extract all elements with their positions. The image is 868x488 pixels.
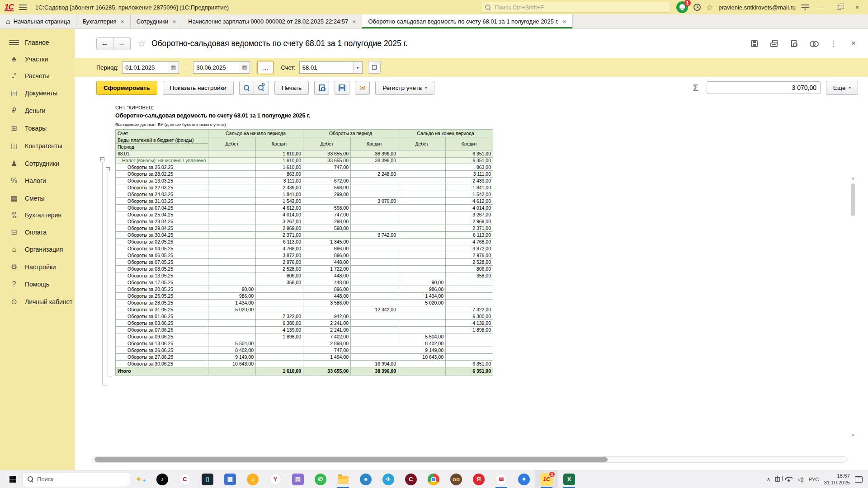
find-button[interactable] — [239, 81, 254, 95]
value-cell[interactable] — [398, 259, 446, 266]
row-label[interactable]: Обороты за 25.05.25 — [116, 293, 208, 300]
notifications-bell-icon[interactable]: 1 — [676, 1, 688, 13]
row-label[interactable]: Обороты за 31.05.25 — [116, 306, 208, 313]
value-cell[interactable] — [398, 225, 446, 232]
taskbar-app-app-c-dark[interactable]: C — [400, 470, 422, 488]
value-cell[interactable] — [208, 333, 256, 340]
value-cell[interactable] — [446, 279, 493, 286]
vertical-scrollbar[interactable]: ▲ ▼ — [850, 176, 856, 437]
value-cell[interactable]: 1 610,00 — [256, 150, 303, 158]
row-label[interactable]: 68.01 — [116, 150, 208, 158]
value-cell[interactable] — [208, 191, 256, 198]
row-label[interactable]: Обороты за 26.06.25 — [116, 347, 208, 354]
value-cell[interactable] — [351, 279, 398, 286]
row-label[interactable]: Обороты за 29.04.25 — [116, 225, 208, 232]
taskbar-app-app-blue[interactable]: ✦ — [513, 470, 535, 488]
value-cell[interactable]: 9 149,00 — [208, 354, 256, 361]
total-value-cell[interactable]: 38 396,00 — [351, 367, 398, 375]
value-cell[interactable]: 4 768,00 — [256, 245, 303, 252]
value-cell[interactable]: 2 371,00 — [256, 232, 303, 239]
value-cell[interactable] — [398, 211, 446, 218]
value-cell[interactable] — [256, 300, 303, 306]
row-label[interactable]: Налог (взносы): начислено / уплачено — [116, 158, 208, 164]
value-cell[interactable] — [398, 164, 446, 171]
value-cell[interactable] — [351, 225, 398, 232]
value-cell[interactable]: 3 267,00 — [446, 211, 493, 218]
value-cell[interactable]: 38 396,00 — [351, 150, 398, 158]
row-label[interactable]: Обороты за 13.03.25 — [116, 178, 208, 184]
value-cell[interactable] — [398, 272, 446, 279]
generate-button[interactable]: Сформировать — [96, 81, 157, 95]
total-label[interactable]: Итого — [116, 367, 208, 375]
value-cell[interactable] — [351, 191, 398, 198]
language-indicator[interactable]: РУС — [808, 477, 819, 482]
value-cell[interactable] — [256, 354, 303, 361]
value-cell[interactable]: 358,00 — [446, 272, 493, 279]
value-cell[interactable]: 4 139,00 — [256, 327, 303, 333]
value-cell[interactable] — [303, 198, 351, 205]
value-cell[interactable] — [398, 184, 446, 191]
row-label[interactable]: Обороты за 28.02.25 — [116, 171, 208, 178]
value-cell[interactable]: 10 643,00 — [398, 354, 446, 361]
value-cell[interactable]: 4 612,00 — [256, 205, 303, 211]
value-cell[interactable]: 896,00 — [303, 286, 351, 293]
value-cell[interactable] — [208, 266, 256, 272]
tab-home[interactable]: ⌂Начальная страница — [0, 14, 76, 28]
value-cell[interactable]: 1 841,00 — [256, 191, 303, 198]
value-cell[interactable] — [208, 320, 256, 327]
value-cell[interactable] — [398, 178, 446, 184]
sidebar-item-dtkt[interactable]: Дт КтБухгалтерия — [0, 207, 75, 223]
value-cell[interactable]: 4 139,00 — [446, 320, 493, 327]
row-label[interactable]: Обороты за 17.05.25 — [116, 279, 208, 286]
value-cell[interactable] — [351, 354, 398, 361]
row-label[interactable]: Обороты за 20.05.25 — [116, 286, 208, 293]
value-cell[interactable] — [351, 313, 398, 320]
value-cell[interactable]: 6 380,00 — [446, 313, 493, 320]
find-next-button[interactable]: ↻ — [254, 81, 269, 95]
value-cell[interactable] — [398, 361, 446, 367]
value-cell[interactable] — [351, 340, 398, 347]
value-cell[interactable] — [351, 286, 398, 293]
row-label[interactable]: Обороты за 27.06.25 — [116, 354, 208, 361]
show-settings-button[interactable]: Показать настройки — [163, 81, 234, 95]
tab-1[interactable]: Бухгалтерия× — [76, 14, 130, 28]
value-cell[interactable]: 1 494,00 — [303, 354, 351, 361]
value-cell[interactable] — [256, 361, 303, 367]
row-label[interactable]: Обороты за 28.05.25 — [116, 300, 208, 306]
value-cell[interactable]: 6 380,00 — [256, 320, 303, 327]
row-label[interactable]: Обороты за 09.06.25 — [116, 333, 208, 340]
value-cell[interactable]: 4 612,00 — [446, 198, 493, 205]
taskbar-app-phone-link[interactable]: ▯ — [196, 470, 219, 488]
value-cell[interactable] — [351, 205, 398, 211]
value-cell[interactable] — [208, 150, 256, 158]
value-cell[interactable]: 1 841,00 — [446, 184, 493, 191]
sum-field[interactable] — [707, 81, 821, 94]
taskbar-app-app-red-ring[interactable]: C — [174, 470, 196, 488]
value-cell[interactable] — [208, 239, 256, 245]
taskbar-app-whatsapp[interactable]: ✆ — [309, 470, 332, 488]
tab-4[interactable]: Оборотно-сальдовая ведомость по счету 68… — [362, 14, 572, 28]
value-cell[interactable]: 7 402,00 — [303, 333, 351, 340]
row-label[interactable]: Обороты за 25.02.25 — [116, 164, 208, 171]
value-cell[interactable] — [351, 272, 398, 279]
value-cell[interactable]: 5 020,00 — [208, 306, 256, 313]
value-cell[interactable]: 863,00 — [446, 164, 493, 171]
value-cell[interactable] — [208, 327, 256, 333]
value-cell[interactable] — [208, 178, 256, 184]
value-cell[interactable] — [351, 164, 398, 171]
value-cell[interactable]: 6 351,00 — [446, 361, 493, 367]
notification-center-icon[interactable] — [855, 476, 863, 483]
value-cell[interactable] — [208, 158, 256, 164]
taskbar-app-tiktok[interactable]: ♪ — [151, 470, 174, 488]
taskbar-app-excel[interactable]: X — [558, 470, 580, 488]
tab-3[interactable]: Начисление зарплаты 0000-000002 от 28.02… — [182, 14, 362, 28]
taskbar-search[interactable]: Поиск — [23, 473, 130, 486]
value-cell[interactable] — [208, 279, 256, 286]
sidebar-item-gear[interactable]: ⚙Настройки — [0, 258, 75, 276]
value-cell[interactable]: 6 113,00 — [446, 232, 493, 239]
value-cell[interactable] — [351, 211, 398, 218]
sidebar-item-wallet[interactable]: ⊟Оплата — [0, 223, 75, 241]
value-cell[interactable]: 358,00 — [256, 279, 303, 286]
value-cell[interactable] — [256, 286, 303, 293]
value-cell[interactable]: 896,00 — [303, 252, 351, 259]
